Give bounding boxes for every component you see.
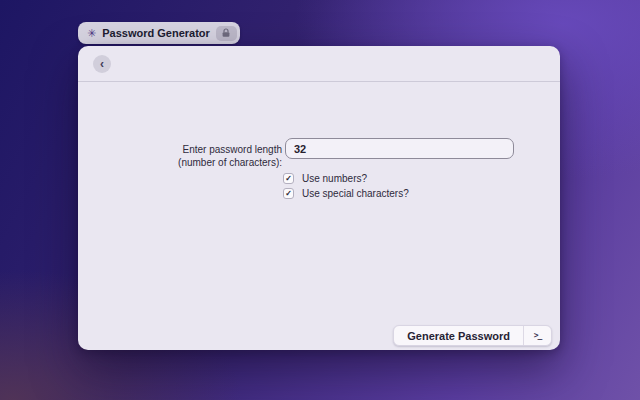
app-tab[interactable]: ✳ Password Generator (78, 22, 240, 44)
use-numbers-row[interactable]: ✓ Use numbers? (283, 173, 367, 184)
back-button[interactable]: ‹ (93, 55, 111, 73)
generate-password-button[interactable]: Generate Password >_ (393, 325, 552, 346)
use-special-characters-checkbox[interactable]: ✓ (283, 188, 294, 199)
sparkle-icon: ✳ (87, 28, 96, 39)
terminal-icon[interactable]: >_ (524, 326, 551, 345)
chevron-left-icon: ‹ (100, 58, 104, 70)
use-special-characters-label: Use special characters? (302, 188, 409, 199)
window-header: ‹ (78, 46, 560, 82)
password-length-label: Enter password length (number of charact… (170, 143, 282, 169)
lock-icon (216, 26, 237, 41)
use-numbers-checkbox[interactable]: ✓ (283, 173, 294, 184)
use-numbers-label: Use numbers? (302, 173, 367, 184)
use-special-characters-row[interactable]: ✓ Use special characters? (283, 188, 409, 199)
generate-password-label: Generate Password (394, 326, 523, 345)
tab-title: Password Generator (102, 27, 210, 39)
app-window: ‹ Enter password length (number of chara… (78, 46, 560, 350)
password-length-input[interactable] (285, 138, 514, 159)
